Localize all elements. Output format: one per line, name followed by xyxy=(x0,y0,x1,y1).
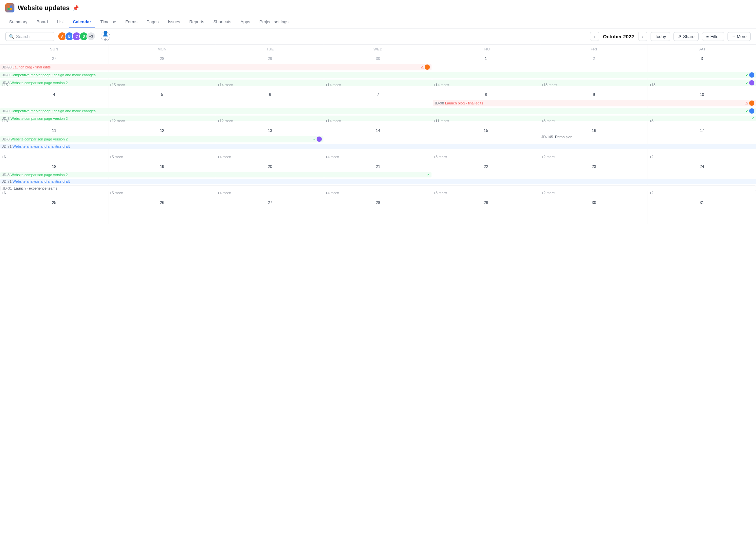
event-jd9-cell[interactable]: JD-9 ✓ xyxy=(2,135,107,139)
more-30[interactable]: +14 more xyxy=(324,81,432,88)
nav-item-board[interactable]: Board xyxy=(33,16,52,28)
day-number-3: 3 xyxy=(649,55,754,63)
prev-month-button[interactable]: ‹ xyxy=(590,32,599,41)
day-headers: SUN MON TUE WED THU FRI SAT xyxy=(0,45,756,54)
ellipsis-icon: ··· xyxy=(732,34,735,39)
more-4[interactable]: +13 xyxy=(0,117,108,124)
nav-item-shortcuts[interactable]: Shortcuts xyxy=(210,16,235,28)
day-number-22: 22 xyxy=(433,163,539,171)
nav-item-calendar[interactable]: Calendar xyxy=(69,16,95,28)
day-number-29b: 29 xyxy=(433,199,539,207)
search-box[interactable]: 🔍 Search xyxy=(5,32,54,41)
filter-button[interactable]: ≡ Filter xyxy=(702,32,724,41)
week-2-more-links: +13 +12 more +12 more +14 more +11 more … xyxy=(0,117,756,124)
day-number-27: 27 xyxy=(2,55,107,63)
more-2[interactable]: +13 more xyxy=(540,81,648,88)
day-header-fri: FRI xyxy=(540,45,648,54)
today-button[interactable]: Today xyxy=(651,32,671,41)
day-29b[interactable]: 29 xyxy=(432,198,540,224)
day-number-25: 25 xyxy=(2,199,107,207)
more-27[interactable]: +15 xyxy=(0,81,108,88)
nav-item-issues[interactable]: Issues xyxy=(164,16,184,28)
nav-bar: Summary Board List Calendar Timeline For… xyxy=(0,16,756,28)
more-13[interactable]: +4 more xyxy=(216,153,324,160)
week-1: 27 28 29 30 1 2 3 xyxy=(0,54,756,90)
event-title: Demo plan xyxy=(555,135,572,139)
app-title: Website updates xyxy=(18,4,70,12)
more-1[interactable]: +14 more xyxy=(432,81,540,88)
nav-item-summary[interactable]: Summary xyxy=(5,16,31,28)
day-number-6: 6 xyxy=(217,91,323,99)
nav-item-pages[interactable]: Pages xyxy=(143,16,163,28)
day-number-5: 5 xyxy=(110,91,215,99)
day-number-20: 20 xyxy=(217,163,323,171)
week-4-more-links: +6 +5 more +4 more +4 more +3 more +2 mo… xyxy=(0,189,756,196)
day-28b[interactable]: 28 xyxy=(324,198,432,224)
more-button[interactable]: ··· More xyxy=(728,32,751,41)
more-18[interactable]: +6 xyxy=(0,189,108,196)
day-header-wed: WED xyxy=(324,45,432,54)
more-28[interactable]: +15 more xyxy=(108,81,216,88)
week-5: 25 26 27 28 29 30 31 xyxy=(0,198,756,224)
nav-item-timeline[interactable]: Timeline xyxy=(96,16,120,28)
next-month-button[interactable]: › xyxy=(638,32,647,41)
more-29[interactable]: +14 more xyxy=(216,81,324,88)
more-22[interactable]: +3 more xyxy=(432,189,540,196)
more-16[interactable]: +2 more xyxy=(540,153,648,160)
day-header-tue: TUE xyxy=(216,45,324,54)
day-header-sun: SUN xyxy=(0,45,108,54)
more-8[interactable]: +11 more xyxy=(432,117,540,124)
more-7[interactable]: +14 more xyxy=(324,117,432,124)
more-14[interactable]: +4 more xyxy=(324,153,432,160)
more-17[interactable]: +2 xyxy=(648,153,756,160)
day-number-30: 30 xyxy=(325,55,431,63)
more-21[interactable]: +4 more xyxy=(324,189,432,196)
day-number-4: 4 xyxy=(2,91,107,99)
nav-item-forms[interactable]: Forms xyxy=(121,16,141,28)
share-icon: ⇗ xyxy=(678,34,681,39)
day-number-19: 19 xyxy=(110,163,215,171)
day-number-26: 26 xyxy=(110,199,215,207)
more-11[interactable]: +6 xyxy=(0,153,108,160)
day-number-17: 17 xyxy=(649,127,754,135)
event-jd145[interactable]: JD-145 Demo plan xyxy=(542,135,647,139)
share-button[interactable]: ⇗ Share xyxy=(673,32,699,41)
day-30b[interactable]: 30 xyxy=(540,198,648,224)
month-navigation: ‹ October 2022 › xyxy=(590,32,647,41)
more-15[interactable]: +3 more xyxy=(432,153,540,160)
day-26[interactable]: 26 xyxy=(108,198,216,224)
day-31[interactable]: 31 xyxy=(648,198,756,224)
more-20[interactable]: +4 more xyxy=(216,189,324,196)
add-member-button[interactable]: 👤+ xyxy=(101,32,110,41)
nav-item-project-settings[interactable]: Project settings xyxy=(255,16,292,28)
day-number-7: 7 xyxy=(325,91,431,99)
nav-item-reports[interactable]: Reports xyxy=(185,16,208,28)
day-number-30b: 30 xyxy=(542,199,647,207)
svg-rect-2 xyxy=(8,8,9,10)
week-5-day-numbers: 25 26 27 28 29 30 31 xyxy=(0,198,756,224)
avatar-more[interactable]: +3 xyxy=(86,32,96,41)
search-label: Search xyxy=(16,34,29,39)
more-24[interactable]: +2 xyxy=(648,189,756,196)
day-number-23: 23 xyxy=(542,163,647,171)
day-number-11: 11 xyxy=(2,127,107,135)
avatar-group: A B C D +3 xyxy=(58,32,96,41)
day-27b[interactable]: 27 xyxy=(216,198,324,224)
filter-icon: ≡ xyxy=(706,34,709,39)
day-25[interactable]: 25 xyxy=(0,198,108,224)
more-23[interactable]: +2 more xyxy=(540,189,648,196)
day-number-21: 21 xyxy=(325,163,431,171)
more-12[interactable]: +5 more xyxy=(108,153,216,160)
day-number-24: 24 xyxy=(649,163,754,171)
more-10[interactable]: +8 xyxy=(648,117,756,124)
svg-rect-1 xyxy=(10,6,12,8)
nav-item-apps[interactable]: Apps xyxy=(237,16,254,28)
pin-icon: 📌 xyxy=(72,5,79,11)
day-number-1: 1 xyxy=(433,55,539,63)
more-6[interactable]: +12 more xyxy=(216,117,324,124)
more-19[interactable]: +5 more xyxy=(108,189,216,196)
more-5[interactable]: +12 more xyxy=(108,117,216,124)
more-9[interactable]: +8 more xyxy=(540,117,648,124)
nav-item-list[interactable]: List xyxy=(53,16,67,28)
more-3[interactable]: +13 xyxy=(648,81,756,88)
